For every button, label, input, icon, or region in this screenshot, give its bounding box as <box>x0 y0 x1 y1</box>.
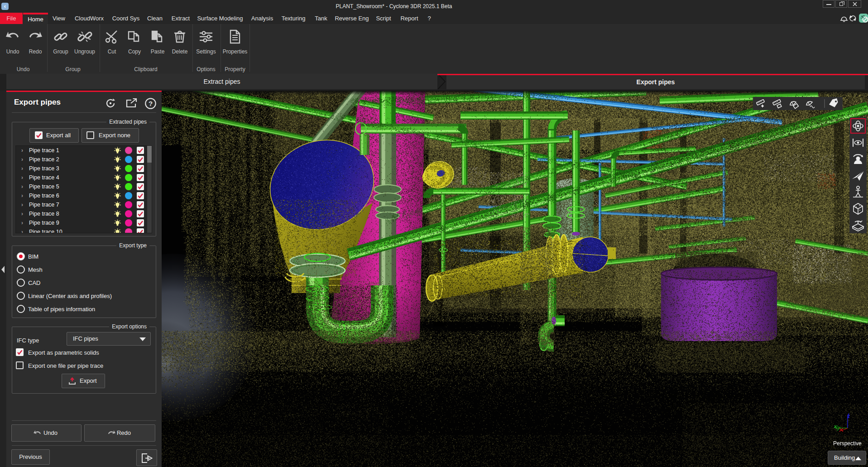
svg-text:?: ? <box>149 100 153 107</box>
